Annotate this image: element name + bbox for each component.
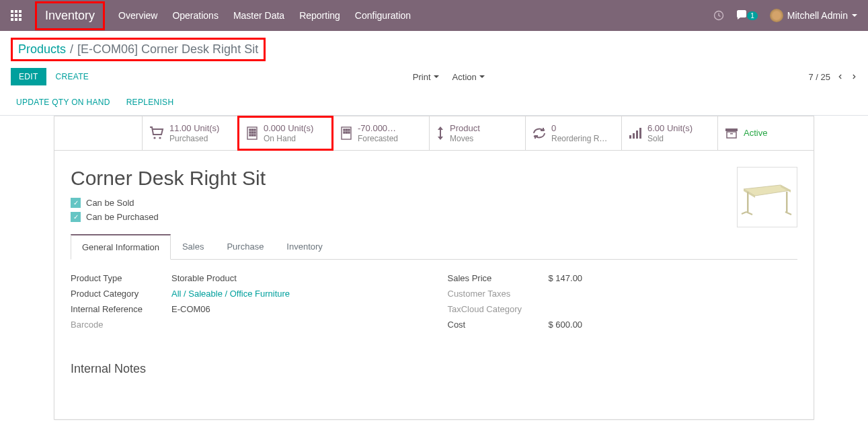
internal-notes-body xyxy=(71,376,797,403)
svg-rect-26 xyxy=(730,133,733,135)
pager-prev[interactable] xyxy=(837,72,844,81)
building-icon xyxy=(340,126,352,140)
stat-reorder[interactable]: 0Reordering R… xyxy=(525,116,621,150)
breadcrumb-separator: / xyxy=(70,42,73,57)
user-menu[interactable]: Mitchell Admin xyxy=(770,9,857,22)
archive-icon xyxy=(725,128,738,139)
svg-rect-12 xyxy=(254,135,255,136)
customer-tax-value xyxy=(549,289,798,299)
edit-button[interactable]: Edit xyxy=(11,68,46,85)
svg-rect-14 xyxy=(344,129,345,131)
can-be-purchased-label: Can be Purchased xyxy=(86,212,159,222)
svg-rect-19 xyxy=(348,132,350,133)
internal-ref-value: E-COM06 xyxy=(171,304,421,314)
breadcrumb-highlight: Products / [E-COM06] Corner Desk Right S… xyxy=(11,38,266,61)
svg-rect-9 xyxy=(254,132,255,133)
navbar-menu: Overview Operations Master Data Reportin… xyxy=(118,10,713,21)
breadcrumb-parent[interactable]: Products xyxy=(18,42,66,57)
internal-notes-heading: Internal Notes xyxy=(71,362,797,376)
checkbox-checked-icon[interactable]: ✓ xyxy=(71,212,81,222)
control-bar: Edit Create Print Action 7 / 25 xyxy=(0,64,868,92)
stat-moves[interactable]: ProductMoves xyxy=(429,116,525,150)
form-sheet: 11.00 Unit(s)Purchased 0.000 Unit(s)On H… xyxy=(54,116,814,420)
chat-icon[interactable]: 1 xyxy=(736,10,758,21)
svg-rect-11 xyxy=(252,135,253,136)
tab-purchase[interactable]: Purchase xyxy=(215,234,275,260)
stat-purchased[interactable]: 11.00 Unit(s)Purchased xyxy=(142,116,238,150)
tabs: General Information Sales Purchase Inven… xyxy=(71,234,797,260)
nav-configuration[interactable]: Configuration xyxy=(355,10,411,21)
stat-on-hand[interactable]: 0.000 Unit(s)On Hand xyxy=(237,116,333,151)
print-dropdown[interactable]: Print xyxy=(413,72,439,82)
svg-rect-16 xyxy=(348,129,350,131)
taxcloud-value xyxy=(549,304,798,314)
product-title: Corner Desk Right Sit xyxy=(71,167,797,190)
action-dropdown[interactable]: Action xyxy=(452,72,485,82)
nav-master-data[interactable]: Master Data xyxy=(233,10,284,21)
update-qty-button[interactable]: Update Qty On Hand xyxy=(16,98,110,107)
cost-label: Cost xyxy=(448,320,549,330)
barcode-value xyxy=(171,320,421,330)
svg-rect-7 xyxy=(249,132,251,133)
top-navbar: Inventory Overview Operations Master Dat… xyxy=(0,0,868,31)
sheet-body: Corner Desk Right Sit ✓ Can be Sold ✓ Ca… xyxy=(54,151,814,419)
apps-icon[interactable] xyxy=(11,10,22,21)
building-icon xyxy=(246,126,258,140)
svg-rect-5 xyxy=(252,129,253,131)
svg-rect-21 xyxy=(633,133,635,139)
desk-thumbnail xyxy=(740,177,794,217)
customer-tax-label: Customer Taxes xyxy=(448,289,549,299)
svg-rect-27 xyxy=(747,192,749,212)
svg-rect-25 xyxy=(727,132,736,138)
arrows-v-icon xyxy=(436,126,444,141)
replenish-button[interactable]: Replenish xyxy=(126,98,174,107)
checkbox-checked-icon[interactable]: ✓ xyxy=(71,198,81,208)
tab-sales[interactable]: Sales xyxy=(171,234,216,260)
svg-rect-22 xyxy=(636,131,638,139)
sales-price-value: $ 147.00 xyxy=(549,273,798,283)
svg-rect-15 xyxy=(346,129,348,131)
svg-point-1 xyxy=(153,137,155,139)
action-links: Update Qty On Hand Replenish xyxy=(0,92,868,116)
create-button[interactable]: Create xyxy=(56,72,89,81)
cost-value: $ 600.00 xyxy=(549,320,798,330)
category-label: Product Category xyxy=(71,289,171,299)
can-be-purchased-check: ✓ Can be Purchased xyxy=(71,212,797,222)
taxcloud-label: TaxCloud Category xyxy=(448,304,549,314)
stat-forecasted[interactable]: -70.000…Forecasted xyxy=(333,116,429,150)
avatar xyxy=(770,9,783,22)
pager-text: 7 / 25 xyxy=(808,72,830,82)
svg-rect-4 xyxy=(249,129,251,131)
product-image[interactable] xyxy=(737,167,797,227)
chevron-down-icon xyxy=(852,14,857,17)
breadcrumb: Products / [E-COM06] Corner Desk Right S… xyxy=(0,31,868,64)
tab-general[interactable]: General Information xyxy=(71,234,171,260)
tab-content: Product TypeStorable Product Product Cat… xyxy=(71,260,797,348)
can-be-sold-label: Can be Sold xyxy=(86,198,134,208)
svg-rect-28 xyxy=(786,192,788,212)
nav-reporting[interactable]: Reporting xyxy=(299,10,340,21)
sales-price-label: Sales Price xyxy=(448,273,549,283)
pager-next[interactable] xyxy=(851,72,857,81)
form-sheet-wrap: 11.00 Unit(s)Purchased 0.000 Unit(s)On H… xyxy=(0,116,868,433)
svg-rect-18 xyxy=(346,132,348,133)
left-column: Product TypeStorable Product Product Cat… xyxy=(71,273,421,335)
svg-rect-6 xyxy=(254,129,255,131)
chevron-down-icon xyxy=(434,75,439,78)
cart-icon xyxy=(149,126,164,140)
navbar-right: 1 Mitchell Admin xyxy=(713,9,857,22)
can-be-sold-check: ✓ Can be Sold xyxy=(71,198,797,208)
clock-icon[interactable] xyxy=(713,10,724,21)
tab-inventory[interactable]: Inventory xyxy=(275,234,333,260)
nav-operations[interactable]: Operations xyxy=(172,10,218,21)
nav-overview[interactable]: Overview xyxy=(118,10,157,21)
app-brand[interactable]: Inventory xyxy=(35,1,105,30)
stat-active[interactable]: Active xyxy=(717,116,814,150)
svg-rect-8 xyxy=(252,132,253,133)
svg-rect-20 xyxy=(629,135,631,139)
category-value[interactable]: All / Saleable / Office Furniture xyxy=(171,289,421,299)
stat-sold[interactable]: 6.00 Unit(s)Sold xyxy=(621,116,717,150)
breadcrumb-current: [E-COM06] Corner Desk Right Sit xyxy=(77,42,258,57)
chevron-down-icon xyxy=(479,75,485,78)
refresh-icon xyxy=(532,127,546,139)
